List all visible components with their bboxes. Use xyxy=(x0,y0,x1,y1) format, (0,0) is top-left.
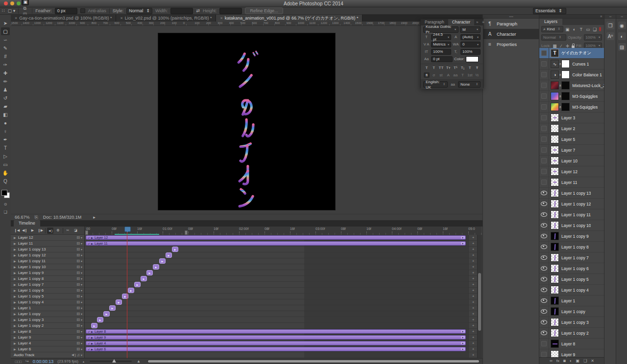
width-input[interactable] xyxy=(170,8,193,14)
layer-row[interactable]: Layer 1 copy 4 xyxy=(539,285,604,296)
visibility-cell[interactable] xyxy=(539,123,549,134)
visibility-cell[interactable] xyxy=(539,59,549,69)
timeline-clip[interactable]: ▶ xyxy=(97,317,103,322)
selection-mode-icon[interactable]: ⧉ xyxy=(22,5,28,11)
track-lane[interactable]: ✓▶Layer 4▶ xyxy=(85,341,469,346)
visibility-empty-icon[interactable] xyxy=(541,50,547,56)
track-name-row[interactable]: ▶Layer 8⊟▾ xyxy=(11,329,84,335)
visibility-cell[interactable] xyxy=(539,263,549,273)
track-lane[interactable]: ▶ xyxy=(85,264,469,270)
type-style-button[interactable]: T xyxy=(467,65,473,70)
clip-end-icon[interactable]: ▶ xyxy=(461,236,465,239)
track-name-row[interactable]: ▶Layer 1 copy 6⊟▾ xyxy=(11,288,84,294)
type-style-button[interactable]: T¹ xyxy=(453,65,458,70)
timeline-settings-icon[interactable]: ⚙ xyxy=(55,228,61,234)
visibility-empty-icon[interactable] xyxy=(541,72,547,77)
mute-audio-icon[interactable]: ◄) xyxy=(47,228,53,234)
layer-thumbnail[interactable] xyxy=(551,114,559,122)
next-frame-icon[interactable]: ❙▶ xyxy=(37,228,44,234)
layer-thumbnail[interactable] xyxy=(551,275,559,283)
opentype-feature-button[interactable]: 1st xyxy=(467,72,473,78)
layer-thumbnail[interactable]: ∿ xyxy=(551,60,559,68)
layer-thumbnail[interactable] xyxy=(551,103,559,111)
selection-mode-icon[interactable]: ▣ xyxy=(22,0,29,5)
visibility-empty-icon[interactable] xyxy=(541,104,547,110)
disclosure-icon[interactable]: ▶ xyxy=(14,318,16,321)
layer-row[interactable]: Layer 1 copy 3 xyxy=(539,317,604,328)
disclosure-icon[interactable]: ▶ xyxy=(14,347,16,351)
eye-icon[interactable] xyxy=(541,223,547,228)
go-to-first-frame-icon[interactable]: ❙◀ xyxy=(14,228,20,234)
path-selection-tool[interactable]: ▷ xyxy=(1,152,10,160)
zoom-window-icon[interactable] xyxy=(17,1,21,5)
layers-panel-grip[interactable]: ≡ xyxy=(539,15,604,19)
layer-row[interactable]: Tゲイのカチオン xyxy=(539,48,604,59)
visibility-cell[interactable] xyxy=(539,306,549,317)
anti-alias-select[interactable]: None⇕ xyxy=(458,81,481,88)
track-lane[interactable]: ▶ xyxy=(85,305,469,311)
quick-selection-tool[interactable]: ✎ xyxy=(1,44,10,52)
render-video-icon[interactable]: ▢▢▢ xyxy=(15,360,22,363)
type-style-button[interactable]: T₁ xyxy=(460,65,466,70)
layer-mask-thumbnail[interactable] xyxy=(561,70,570,79)
opacity-input[interactable]: 100%▾ xyxy=(584,34,602,41)
add-keyframe-icon[interactable]: + xyxy=(469,235,478,241)
disclosure-icon[interactable]: ▶ xyxy=(14,283,16,286)
transition-icon[interactable]: ◪ xyxy=(72,228,79,234)
layer-thumbnail[interactable] xyxy=(551,200,559,208)
timeline-clip-bar[interactable]: ✓▶Layer 9▶ xyxy=(86,335,466,340)
eraser-tool[interactable]: ▰ xyxy=(1,102,10,110)
timeline-clip-bar[interactable]: ✓▶Layer 8▶ xyxy=(86,329,466,334)
timeline-clip[interactable]: ▶ xyxy=(109,305,116,311)
layer-thumbnail[interactable] xyxy=(551,350,559,358)
anti-alias-checkbox[interactable] xyxy=(80,8,85,13)
track-lane[interactable]: ▶ xyxy=(85,276,469,282)
track-menu-icon[interactable]: ▾ xyxy=(81,271,82,274)
timeline-clip[interactable]: ▶ xyxy=(153,264,159,270)
visibility-cell[interactable] xyxy=(539,349,549,358)
track-lane[interactable]: ▶ xyxy=(85,317,469,323)
rectangular-marquee-tool[interactable]: ▢ xyxy=(1,27,10,35)
font-style-select[interactable]: M▾ xyxy=(460,26,481,33)
track-lane[interactable]: ✓▶Layer 11▶ xyxy=(85,241,469,247)
track-name-row[interactable]: ▶Layer 6⊟▾ xyxy=(11,346,84,352)
track-menu-icon[interactable]: ▾ xyxy=(81,336,82,339)
eye-icon[interactable] xyxy=(541,255,547,260)
history-brush-tool[interactable]: ↺ xyxy=(1,94,10,102)
layer-thumbnail[interactable] xyxy=(551,210,559,219)
disclosure-icon[interactable]: ▶ xyxy=(14,253,16,257)
track-name-row[interactable]: ▶Layer 11⊟▾ xyxy=(11,241,84,247)
clip-end-icon[interactable]: ▶ xyxy=(461,242,465,245)
layer-thumbnail[interactable] xyxy=(551,286,559,294)
eye-icon[interactable] xyxy=(541,309,547,314)
dock-grip[interactable]: ▪▪▪▪ xyxy=(483,15,539,19)
new-layer-icon[interactable]: ❑ xyxy=(583,359,587,363)
move-tool[interactable]: ➤ xyxy=(1,19,10,27)
timeline-horizontal-scrollbar[interactable] xyxy=(147,360,480,363)
disclosure-icon[interactable]: ▶ xyxy=(14,242,16,245)
track-name-row[interactable]: ▶Layer 1 copy 11⊟▾ xyxy=(11,258,84,264)
disclosure-icon[interactable]: ▶ xyxy=(14,259,16,263)
track-menu-icon[interactable]: ▾ xyxy=(81,353,82,357)
zoom-tool[interactable]: Q xyxy=(1,177,10,185)
visibility-cell[interactable] xyxy=(539,177,549,187)
layer-thumbnail[interactable] xyxy=(551,146,559,154)
track-name-row[interactable]: ▶Layer 1 copy 12⊟▾ xyxy=(11,252,84,258)
tool-preset-icon[interactable]: ▢ ▾ xyxy=(8,8,16,13)
document-tab[interactable]: ×Gay-ca-tion-animation3.psd @ 100% (RGB/… xyxy=(11,15,116,22)
disclosure-icon[interactable]: ▶ xyxy=(14,271,16,274)
type-tool[interactable]: T xyxy=(1,144,10,152)
visibility-empty-icon[interactable] xyxy=(541,115,547,120)
scrollbar-thumb[interactable] xyxy=(478,273,481,331)
add-keyframe-icon[interactable]: + xyxy=(469,335,478,341)
close-tab-icon[interactable]: × xyxy=(15,16,17,21)
dodge-tool[interactable]: ♀ xyxy=(1,127,10,135)
horizontal-scale-input[interactable]: 100% xyxy=(460,49,481,55)
track-menu-icon[interactable]: ▾ xyxy=(81,318,82,321)
timeline-clip[interactable]: ▶ xyxy=(146,270,153,275)
work-area-end-handle[interactable] xyxy=(185,230,188,235)
document-tab[interactable]: ×Lion_v02.psd @ 100% (paintchips, RGB/8)… xyxy=(116,15,216,22)
visibility-cell[interactable] xyxy=(539,134,549,144)
scrollbar-thumb[interactable] xyxy=(148,360,479,363)
layer-thumbnail[interactable] xyxy=(551,124,559,133)
